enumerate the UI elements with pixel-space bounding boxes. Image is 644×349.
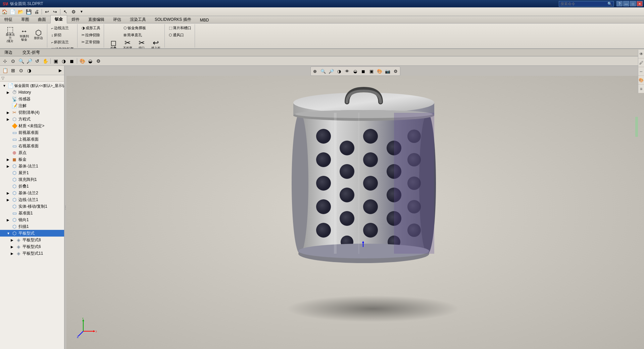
tree-item-cutlist[interactable]: ▶ ✂ 切割清单(4) [0, 109, 64, 116]
tree-item-annotation[interactable]: 📝 注解 [0, 102, 64, 109]
tree-item-move-copy1[interactable]: ⬡ 实体-移动/复制1 [0, 203, 64, 210]
tree-item-sweep1[interactable]: ⬡ 扫描1 [0, 223, 64, 230]
corner-trim-btn[interactable]: ⬡钣金角撑板 [122, 25, 147, 31]
unfold2-btn[interactable]: ✂ 不折弯 [121, 38, 134, 49]
vp-view-btn[interactable]: 👁 [344, 67, 351, 75]
viewport[interactable]: ⊕ 🔍 🔎 ◑ 👁 ◒ ◼ ▣ 🎨 📷 ⚙ [66, 66, 644, 349]
miter-flange-btn[interactable]: ↕斜切 [50, 32, 75, 38]
tree-item-equation[interactable]: ▶ ⬡ 方程式 [0, 116, 64, 122]
view-pan-btn[interactable]: ✋ [42, 57, 49, 65]
tab-weldment[interactable]: 焊件 [67, 15, 84, 23]
tab-render[interactable]: 渲染工具 [126, 15, 150, 23]
sub-tab-cross[interactable]: 交叉-折弯 [19, 49, 44, 56]
panel-config-btn[interactable]: ⊙ [17, 67, 25, 74]
tree-item-sensor[interactable]: 📡 传感器 [0, 96, 64, 102]
vent-btn[interactable]: ⬡通风口 [167, 32, 193, 38]
view-settings-btn[interactable]: ⚙ [95, 57, 102, 65]
tree-item-mirror1[interactable]: ▶ ⬡ 镜向1 [0, 216, 64, 223]
tab-slot-btn[interactable]: ⬚薄片和槽口 [167, 25, 193, 31]
view-orientation-btn[interactable]: ⊹ [1, 57, 9, 65]
tree-item-root[interactable]: ▼ 📄 钣金圆筒 (默认<<默认>_显示状态 1>) [0, 82, 64, 89]
search-input[interactable] [560, 2, 607, 6]
qa-redo[interactable]: ↪ [51, 8, 59, 15]
tree-item-flat11[interactable]: ▶ ◈ 平板型式11 [0, 250, 64, 257]
tree-item-base-flange1[interactable]: ▶ ⬡ 基体-法兰1 [0, 163, 64, 169]
rs-menu-btn[interactable]: ≡ [638, 85, 644, 93]
tab-direct-edit[interactable]: 直接编辑 [84, 15, 109, 23]
minimize-button[interactable]: — [623, 1, 629, 6]
close-button[interactable]: ✕ [637, 1, 643, 6]
vp-zoom-btn[interactable]: 🔍 [319, 67, 327, 75]
extruded-cut-btn[interactable]: ✂拉伸切除 [80, 32, 102, 38]
tree-item-origin[interactable]: ⊕ 原点 [0, 149, 64, 156]
vp-render-btn[interactable]: 📷 [384, 67, 391, 75]
vp-color-btn[interactable]: 🎨 [376, 67, 383, 75]
tab-sheetmetal[interactable]: 钣金 [50, 15, 67, 23]
qa-open[interactable]: 📂 [17, 8, 24, 15]
tree-item-right-plane[interactable]: ▭ 右视基准面 [0, 143, 64, 149]
tab-sketch[interactable]: 草图 [17, 15, 34, 23]
vp-orientation-btn[interactable]: ⊕ [311, 67, 319, 75]
tree-item-plane1[interactable]: ▭ 基准面1 [0, 210, 64, 216]
vp-settings-btn[interactable]: ⚙ [392, 67, 399, 75]
panel-pm-btn[interactable]: ⊞ [9, 67, 17, 74]
tree-item-front-plane[interactable]: ▭ 前视基准面 [0, 129, 64, 136]
rs-measure-btn[interactable]: ↔ [638, 67, 644, 76]
view-zoom-in-btn[interactable]: 🔍 [17, 57, 25, 65]
vp-appearance-btn[interactable]: ◒ [352, 67, 359, 75]
qa-options[interactable]: ⚙ [70, 8, 77, 15]
view-shaded-edges-btn[interactable]: ◼ [68, 57, 76, 65]
qa-home[interactable]: 🏠 [1, 8, 8, 15]
qa-save[interactable]: 💾 [25, 8, 32, 15]
tab-mbd[interactable]: MBD [196, 16, 213, 23]
normal-cut-btn[interactable]: ✂正常切除 [80, 39, 102, 45]
tree-item-flat-pattern[interactable]: ▼ ⬡ 平板型式 [0, 230, 64, 237]
vp-wireframe-btn[interactable]: ▣ [368, 67, 375, 75]
hem-btn[interactable]: ⬡ 放折边 [32, 28, 45, 41]
help-button[interactable]: ? [616, 1, 623, 6]
cut2-btn[interactable]: ✂ 切口 [135, 38, 148, 49]
panel-handle[interactable] [635, 117, 638, 137]
tree-item-material[interactable]: 🔶 材质 <未指定> [0, 122, 64, 129]
tree-item-fill-pattern1[interactable]: ⬡ 填充阵列1 [0, 176, 64, 183]
panel-collapse-btn[interactable]: ▶ [57, 67, 63, 74]
qa-print[interactable]: 🖨 [33, 8, 40, 15]
view-wireframe-btn[interactable]: ▣ [52, 57, 59, 65]
tab-surface[interactable]: 曲面 [34, 15, 50, 23]
forming-tool-btn[interactable]: ◑成形工具 [80, 25, 102, 31]
tab-feature[interactable]: 特征 [0, 15, 17, 23]
qa-undo[interactable]: ↩ [43, 8, 51, 15]
convert-sheetmetal-btn[interactable]: ↔ 转换到钣金 [17, 27, 31, 43]
unfold-btn[interactable]: ▶ 展开 [84, 46, 98, 49]
panel-appearances-btn[interactable]: ◑ [26, 67, 33, 74]
qa-select[interactable]: ↖ [62, 8, 69, 15]
fold-btn[interactable]: ◻ 折叠 [107, 38, 120, 49]
tree-item-history[interactable]: ▶ ⏱ History [0, 89, 64, 96]
view-rotate-btn[interactable]: ↺ [34, 57, 41, 65]
restore-button[interactable]: □ [630, 1, 636, 6]
qa-new[interactable]: 📄 [9, 8, 16, 15]
vp-section-btn[interactable]: ◑ [336, 67, 343, 75]
sketched-bend-btn[interactable]: ⬚绘制的折弯 [50, 46, 75, 49]
rs-appearance-btn[interactable]: 👁 [638, 50, 644, 58]
tree-item-flat6[interactable]: ▶ ◈ 平板型式6 [0, 243, 64, 250]
hem-flange-btn[interactable]: ⌐斜折法兰 [50, 39, 75, 45]
tree-item-flat8[interactable]: ▶ ◈ 平板型式8 [0, 237, 64, 243]
tree-item-sheetmetal[interactable]: ▶ ◼ 板金 [0, 156, 64, 163]
tab-evaluate[interactable]: 评估 [109, 15, 126, 23]
tree-item-fold1[interactable]: ⬡ 折叠1 [0, 183, 64, 190]
rs-color-btn[interactable]: 🎨 [638, 76, 644, 85]
view-color-btn[interactable]: 🎨 [79, 57, 86, 65]
tree-item-unfold1[interactable]: ⬡ 展开1 [0, 169, 64, 176]
panel-feature-tree-btn[interactable]: 📋 [1, 67, 9, 74]
tab-plugins[interactable]: SOLIDWORKS 插件 [150, 15, 196, 23]
sub-tab-edge[interactable]: 薄边 [1, 49, 16, 56]
edge-flange-btn[interactable]: ⌐边线法兰 [50, 25, 75, 31]
rs-edit-btn[interactable]: 🖊 [638, 58, 644, 67]
insert-bend-btn[interactable]: ↩ 插入折 [149, 38, 162, 49]
base-flange-btn[interactable]: ⬚ 基体法兰/薄片 [3, 25, 17, 44]
vp-zoom-fit-btn[interactable]: 🔎 [328, 67, 335, 75]
view-shaded-btn[interactable]: ◑ [60, 57, 67, 65]
qa-dropdown[interactable]: ▼ [78, 8, 85, 15]
tree-item-base-flange2[interactable]: ▶ ⬡ 基体-法兰2 [0, 190, 64, 196]
